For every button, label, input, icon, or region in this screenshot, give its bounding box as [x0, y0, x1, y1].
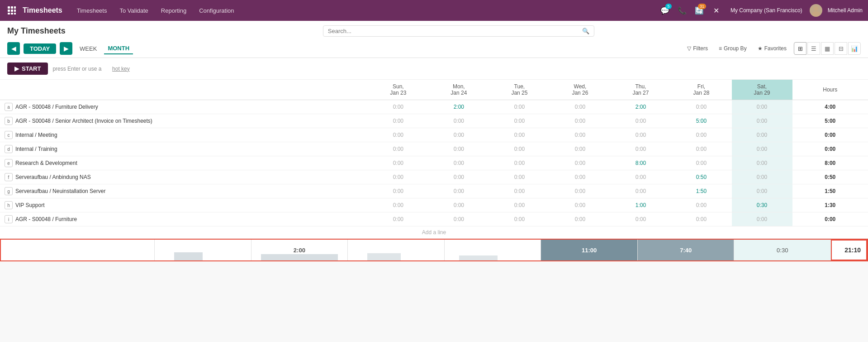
row-fri-f[interactable]: 0:50 [671, 170, 731, 184]
row-sat-e[interactable]: 0:00 [732, 156, 792, 170]
row-mon-d[interactable]: 0:00 [428, 142, 489, 156]
month-button[interactable]: MONTH [104, 43, 133, 54]
row-sun-a[interactable]: 0:00 [368, 100, 428, 114]
row-fri-h[interactable]: 0:00 [671, 198, 731, 212]
row-thu-b[interactable]: 0:00 [610, 114, 671, 128]
row-tue-d[interactable]: 0:00 [489, 142, 550, 156]
row-wed-g[interactable]: 0:00 [550, 184, 610, 198]
close-icon[interactable]: ✕ [710, 4, 723, 17]
row-thu-e[interactable]: 8:00 [610, 156, 671, 170]
avatar[interactable] [810, 4, 822, 17]
hot-key-link[interactable]: hot key [112, 66, 130, 72]
activity-icon[interactable]: 🔄 31 [693, 4, 706, 17]
row-name-h[interactable]: hVIP Support [0, 198, 368, 212]
row-fri-c[interactable]: 0:00 [671, 128, 731, 142]
row-sat-c[interactable]: 0:00 [732, 128, 792, 142]
row-fri-a[interactable]: 0:00 [671, 100, 731, 114]
row-mon-g[interactable]: 0:00 [428, 184, 489, 198]
row-name-i[interactable]: iAGR - S00048 / Furniture [0, 212, 368, 226]
row-name-a[interactable]: aAGR - S00048 / Furniture Delivery [0, 100, 368, 114]
kanban-view-button[interactable]: ⊞ [794, 42, 806, 55]
row-tue-a[interactable]: 0:00 [489, 100, 550, 114]
row-sun-g[interactable]: 0:00 [368, 184, 428, 198]
row-sat-i[interactable]: 0:00 [732, 212, 792, 226]
nav-configuration[interactable]: Configuration [194, 5, 239, 17]
row-sat-h[interactable]: 0:30 [732, 198, 792, 212]
row-sat-d[interactable]: 0:00 [732, 142, 792, 156]
row-name-e[interactable]: eResearch & Development [0, 156, 368, 170]
row-tue-c[interactable]: 0:00 [489, 128, 550, 142]
row-fri-d[interactable]: 0:00 [671, 142, 731, 156]
start-button[interactable]: ▶ START [7, 63, 48, 75]
row-sun-h[interactable]: 0:00 [368, 198, 428, 212]
row-wed-i[interactable]: 0:00 [550, 212, 610, 226]
row-sat-a[interactable]: 0:00 [732, 100, 792, 114]
apps-menu-icon[interactable] [5, 4, 18, 17]
filters-button[interactable]: ▽ Filters [683, 43, 711, 53]
list-view-button[interactable]: ☰ [807, 42, 820, 55]
row-wed-a[interactable]: 0:00 [550, 100, 610, 114]
row-mon-i[interactable]: 0:00 [428, 212, 489, 226]
row-sun-i[interactable]: 0:00 [368, 212, 428, 226]
pivot-view-button[interactable]: ⊟ [835, 42, 847, 55]
favorites-button[interactable]: ★ Favorites [754, 43, 790, 53]
row-fri-g[interactable]: 1:50 [671, 184, 731, 198]
row-tue-i[interactable]: 0:00 [489, 212, 550, 226]
row-mon-c[interactable]: 0:00 [428, 128, 489, 142]
row-wed-c[interactable]: 0:00 [550, 128, 610, 142]
nav-timesheets[interactable]: Timesheets [71, 5, 113, 17]
row-fri-b[interactable]: 5:00 [671, 114, 731, 128]
row-fri-i[interactable]: 0:00 [671, 212, 731, 226]
row-thu-c[interactable]: 0:00 [610, 128, 671, 142]
add-line-button[interactable]: Add a line [0, 226, 868, 239]
row-sun-c[interactable]: 0:00 [368, 128, 428, 142]
row-sun-b[interactable]: 0:00 [368, 114, 428, 128]
row-thu-f[interactable]: 0:00 [610, 170, 671, 184]
row-name-d[interactable]: dInternal / Training [0, 142, 368, 156]
row-wed-e[interactable]: 0:00 [550, 156, 610, 170]
row-name-b[interactable]: bAGR - S00048 / Senior Architect (Invoic… [0, 114, 368, 128]
row-tue-e[interactable]: 0:00 [489, 156, 550, 170]
row-tue-b[interactable]: 0:00 [489, 114, 550, 128]
row-name-c[interactable]: cInternal / Meeting [0, 128, 368, 142]
row-thu-d[interactable]: 0:00 [610, 142, 671, 156]
row-wed-b[interactable]: 0:00 [550, 114, 610, 128]
row-tue-f[interactable]: 0:00 [489, 170, 550, 184]
row-thu-i[interactable]: 0:00 [610, 212, 671, 226]
row-mon-a[interactable]: 2:00 [428, 100, 489, 114]
row-thu-h[interactable]: 1:00 [610, 198, 671, 212]
row-sun-d[interactable]: 0:00 [368, 142, 428, 156]
row-tue-h[interactable]: 0:00 [489, 198, 550, 212]
row-mon-b[interactable]: 0:00 [428, 114, 489, 128]
nav-reporting[interactable]: Reporting [156, 5, 192, 17]
phone-icon[interactable]: 📞 [675, 4, 689, 17]
messages-icon[interactable]: 💬 5 [658, 4, 672, 17]
row-name-f[interactable]: fServeraufbau / Anbindung NAS [0, 170, 368, 184]
row-wed-d[interactable]: 0:00 [550, 142, 610, 156]
row-sat-b[interactable]: 0:00 [732, 114, 792, 128]
row-mon-e[interactable]: 0:00 [428, 156, 489, 170]
search-input[interactable] [328, 28, 582, 34]
nav-to-validate[interactable]: To Validate [114, 5, 153, 17]
row-wed-h[interactable]: 0:00 [550, 198, 610, 212]
prev-period-button[interactable]: ◀ [7, 42, 20, 55]
row-name-g[interactable]: gServeraufbau / Neuinstallation Server [0, 184, 368, 198]
today-button[interactable]: TODAY [24, 43, 56, 54]
row-fri-e[interactable]: 0:00 [671, 156, 731, 170]
row-sun-e[interactable]: 0:00 [368, 156, 428, 170]
row-mon-h[interactable]: 0:00 [428, 198, 489, 212]
row-mon-f[interactable]: 0:00 [428, 170, 489, 184]
week-button[interactable]: WEEK [76, 43, 100, 54]
row-sat-g[interactable]: 0:00 [732, 184, 792, 198]
groupby-button[interactable]: ≡ Group By [715, 43, 750, 53]
row-wed-f[interactable]: 0:00 [550, 170, 610, 184]
row-tue-g[interactable]: 0:00 [489, 184, 550, 198]
next-period-button[interactable]: ▶ [60, 42, 72, 55]
row-thu-a[interactable]: 2:00 [610, 100, 671, 114]
row-thu-g[interactable]: 0:00 [610, 184, 671, 198]
week-view-button[interactable]: ▦ [821, 42, 834, 55]
row-sat-f[interactable]: 0:00 [732, 170, 792, 184]
chart-view-button[interactable]: 📊 [848, 42, 861, 55]
row-letter: e [5, 159, 13, 167]
row-sun-f[interactable]: 0:00 [368, 170, 428, 184]
